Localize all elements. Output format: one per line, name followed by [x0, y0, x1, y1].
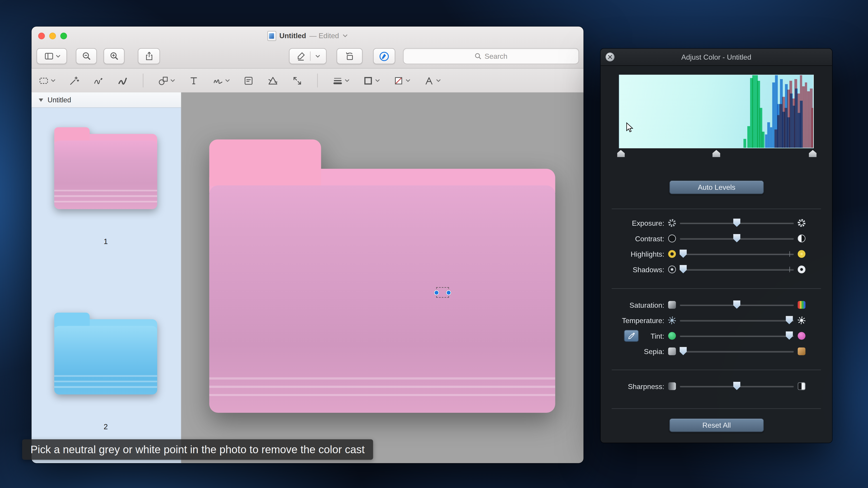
- draw-tool[interactable]: [117, 75, 128, 86]
- chevron-small-icon: [315, 55, 320, 58]
- slider-thumb[interactable]: [786, 316, 793, 324]
- toolbar-divider: [317, 74, 318, 88]
- disclosure-triangle-icon[interactable]: [39, 98, 43, 102]
- histogram-bar-green: [747, 126, 750, 148]
- shapes-tool[interactable]: [158, 75, 175, 86]
- text-tool[interactable]: [188, 75, 199, 86]
- levels-slider-thumb-2[interactable]: [712, 150, 720, 157]
- sepia-slider[interactable]: [680, 347, 794, 356]
- slider-thumb[interactable]: [733, 234, 741, 242]
- adjust-color-panel: Adjust Color - Untitled Auto Levels Expo…: [600, 49, 832, 443]
- tint-row: Tint:: [600, 328, 832, 344]
- selection-handle-right[interactable]: [446, 290, 451, 295]
- sharpness-low-icon: [668, 382, 676, 390]
- markup-pen-button[interactable]: [289, 48, 327, 64]
- temperature-slider[interactable]: [680, 316, 794, 325]
- zoom-button[interactable]: [60, 33, 67, 39]
- saturation-high-icon: [798, 301, 805, 308]
- sidebar: Untitled 12: [32, 92, 182, 463]
- status-hint: Pick a neutral grey or white point in th…: [22, 439, 373, 460]
- panel-close-button[interactable]: [606, 53, 614, 61]
- rotate-left-icon: [344, 51, 355, 61]
- slider-thumb[interactable]: [680, 250, 687, 258]
- exposure-row: Exposure:: [600, 215, 832, 231]
- mouse-cursor: [626, 122, 634, 135]
- exposure-slider[interactable]: [680, 219, 794, 227]
- text-box-icon: [188, 75, 199, 86]
- folder-body: [54, 326, 157, 394]
- slider-thumb[interactable]: [680, 265, 687, 273]
- selection-handle-left[interactable]: [434, 290, 439, 295]
- tint-slider[interactable]: [680, 331, 794, 340]
- note-tool[interactable]: [243, 75, 254, 86]
- slider-tick: [789, 267, 790, 272]
- slider-thumb[interactable]: [680, 347, 687, 355]
- zoom-out-button[interactable]: [76, 48, 97, 64]
- chevron-small-icon: [436, 79, 441, 82]
- panel-titlebar[interactable]: Adjust Color - Untitled: [600, 49, 832, 66]
- histogram[interactable]: [619, 75, 814, 149]
- contrast-slider[interactable]: [680, 234, 794, 243]
- slider-thumb[interactable]: [733, 382, 741, 390]
- slider-thumb[interactable]: [733, 300, 741, 309]
- contrast-low-icon: [668, 234, 676, 242]
- sepia-label: Sepia:: [606, 347, 664, 356]
- levels-slider-thumb-3[interactable]: [809, 150, 817, 157]
- markup-toolbar: [32, 68, 584, 93]
- highlights-label: Highlights:: [606, 250, 664, 258]
- border-color[interactable]: [363, 75, 380, 86]
- slider-thumb[interactable]: [786, 331, 793, 340]
- sidebar-panel-icon: [43, 51, 54, 61]
- letter-a-icon: [423, 75, 434, 86]
- chevron-small-icon: [170, 79, 175, 82]
- titlebar[interactable]: Untitled — Edited: [32, 27, 584, 45]
- folder-thumbnail-image: [54, 313, 157, 394]
- slider-thumb[interactable]: [733, 219, 741, 227]
- shadows-low-icon: [668, 266, 676, 273]
- selection-tools[interactable]: [38, 75, 55, 86]
- minimize-button[interactable]: [49, 33, 56, 39]
- instant-alpha[interactable]: [69, 75, 80, 86]
- adjust-color-tool[interactable]: [268, 75, 278, 86]
- sepia-row: Sepia:: [600, 344, 832, 359]
- folder-body: [209, 185, 555, 413]
- highlights-slider[interactable]: [680, 250, 794, 258]
- thumbnail-label: 1: [54, 237, 157, 246]
- share-button[interactable]: [138, 48, 160, 64]
- rotate-button[interactable]: [337, 48, 363, 64]
- white-point-eyedropper-button[interactable]: [624, 330, 639, 342]
- shape-style[interactable]: [332, 75, 349, 86]
- select-rect-icon: [38, 75, 49, 86]
- status-hint-text: Pick a neutral grey or white point in th…: [31, 443, 365, 456]
- saturation-slider[interactable]: [680, 300, 794, 309]
- exposure-low-icon: [668, 219, 676, 227]
- reset-all-button[interactable]: Reset All: [669, 418, 764, 432]
- shadows-slider[interactable]: [680, 265, 794, 274]
- magic-wand-icon: [69, 75, 80, 86]
- search-field[interactable]: Search: [403, 48, 579, 64]
- zoom-in-button[interactable]: [103, 48, 125, 64]
- levels-slider-thumb-1[interactable]: [617, 150, 625, 157]
- markup-toolbar-toggle[interactable]: [373, 48, 395, 64]
- text-style[interactable]: [423, 75, 440, 86]
- border-square-icon: [363, 75, 374, 86]
- folder-image: [209, 139, 555, 413]
- sidebar-group-header[interactable]: Untitled: [32, 92, 181, 108]
- title-chevron-icon[interactable]: [343, 34, 348, 37]
- adjust-size-tool[interactable]: [292, 75, 303, 86]
- chevron-small-icon: [56, 55, 60, 58]
- markup-badge-icon: [379, 51, 390, 62]
- page-thumbnail-2[interactable]: 2: [54, 313, 157, 439]
- search-placeholder: Search: [485, 52, 507, 60]
- slider-group-2: Saturation:Temperature:Tint:Sepia:: [600, 297, 832, 359]
- close-button[interactable]: [38, 33, 45, 39]
- sharpness-slider[interactable]: [680, 382, 794, 391]
- sidebar-view-button[interactable]: [37, 48, 67, 64]
- auto-levels-button[interactable]: Auto Levels: [669, 180, 764, 194]
- document-proxy-icon[interactable]: [267, 31, 276, 41]
- sketch-tool[interactable]: [93, 75, 104, 86]
- fill-color[interactable]: [393, 75, 410, 86]
- page-thumbnail-1[interactable]: 1: [54, 127, 157, 253]
- selection-marquee[interactable]: [436, 287, 449, 298]
- sign-tool[interactable]: [213, 75, 230, 86]
